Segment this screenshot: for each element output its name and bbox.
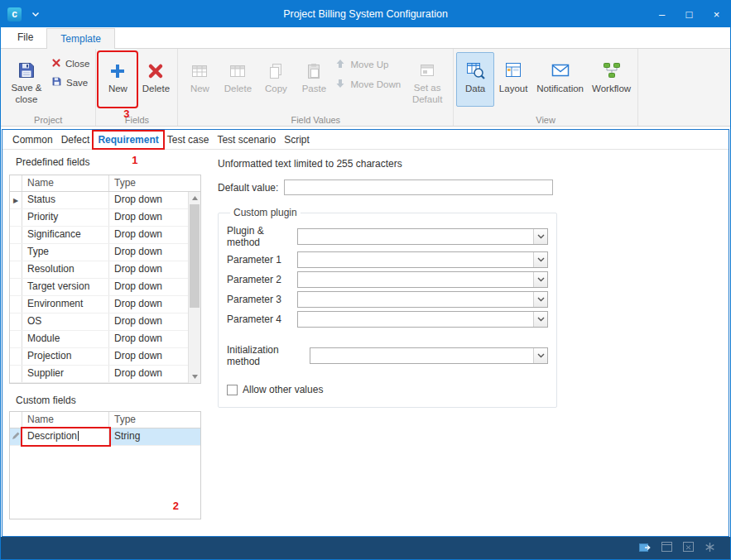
tab-defect[interactable]: Defect [57, 132, 94, 148]
predefined-fields-title: Predefined fields [16, 156, 201, 168]
table-row[interactable]: Type Drop down [10, 244, 200, 261]
scrollbar-track[interactable] [189, 204, 200, 371]
view-notification-button[interactable]: Notification [532, 52, 588, 107]
table-row[interactable]: Description 4 String [10, 428, 200, 446]
table-row[interactable]: OS Drop down [10, 314, 200, 331]
save-and-close-label: Save & close [7, 83, 46, 106]
ribbon-group-field-values: New Delete Copy Paste [178, 49, 454, 126]
new-field-label: New [108, 84, 127, 95]
edit-pencil-icon [12, 429, 21, 445]
dropdown-button[interactable] [533, 292, 547, 307]
parameter3-combo[interactable] [297, 291, 548, 308]
tab-common[interactable]: Common [8, 132, 57, 148]
table-row[interactable]: Target version Drop down [10, 279, 200, 296]
plugin-method-combo[interactable] [297, 228, 548, 245]
dropdown-button[interactable] [533, 348, 547, 363]
initialization-method-combo[interactable] [310, 347, 548, 364]
tab-template[interactable]: Template [46, 28, 115, 49]
initialization-method-label: Initialization method [227, 344, 310, 367]
ribbon-group-project: Save & close Close Save Project [1, 49, 96, 126]
predefined-fields-table: Name Type ▶ Status Drop down Priority Dr… [9, 175, 201, 384]
default-value-label: Default value: [218, 182, 284, 194]
parameter2-combo[interactable] [297, 271, 548, 288]
app-window: c Project Billing System Configuration –… [0, 0, 731, 560]
copy-button: Copy [257, 52, 295, 107]
view-layout-button[interactable]: Layout [494, 52, 532, 107]
scrollbar-thumb[interactable] [190, 204, 200, 308]
table-row[interactable]: Priority Drop down [10, 209, 200, 227]
tab-file[interactable]: File [4, 27, 46, 48]
parameter1-combo[interactable] [297, 251, 548, 268]
data-grid-search-icon [464, 56, 486, 81]
table-icon [228, 56, 248, 81]
scroll-down-button[interactable] [189, 371, 200, 383]
new-value-button: New [180, 52, 219, 107]
app-logo-icon: c [7, 7, 22, 22]
allow-other-values-checkbox[interactable] [227, 385, 238, 395]
save-icon [51, 76, 62, 89]
table-header: Name Type [10, 412, 200, 428]
template-tab-strip: Common Defect Requirement 1 Test case Te… [2, 130, 729, 150]
view-workflow-button[interactable]: Workflow [588, 52, 635, 107]
view-data-button[interactable]: Data [456, 52, 494, 107]
close-button[interactable]: × [703, 1, 730, 27]
vertical-scrollbar[interactable] [188, 192, 200, 383]
copy-icon [266, 56, 286, 81]
table-row[interactable]: ▶ Status Drop down [10, 192, 200, 209]
delete-value-button: Delete [219, 52, 257, 107]
window-close-icon[interactable] [683, 542, 694, 554]
column-header-type[interactable]: Type [109, 412, 200, 428]
share-icon[interactable] [639, 542, 651, 554]
table-row[interactable]: Environment Drop down [10, 296, 200, 314]
tab-test-scenario[interactable]: Test scenario [213, 132, 280, 148]
table-row[interactable]: Resolution Drop down [10, 261, 200, 279]
move-down-button: Move Down [334, 78, 401, 91]
tab-test-case[interactable]: Test case [163, 132, 214, 148]
parameter2-label: Parameter 2 [227, 274, 297, 285]
annotation-number-2: 2 [173, 500, 179, 512]
custom-fields-title: Custom fields [16, 395, 201, 406]
ribbon-group-view: Data Layout Notification Workflow [454, 49, 638, 126]
paste-button: Paste [295, 52, 333, 107]
dropdown-button[interactable] [533, 252, 547, 267]
save-and-close-button[interactable]: Save & close [3, 52, 50, 107]
minimize-button[interactable]: – [648, 1, 676, 27]
maximize-button[interactable]: □ [676, 1, 703, 27]
dropdown-button[interactable] [533, 229, 547, 244]
tab-requirement[interactable]: Requirement 1 [94, 132, 162, 148]
move-up-button: Move Up [334, 58, 401, 71]
workflow-icon [601, 56, 623, 81]
column-header-name[interactable]: Name [22, 412, 109, 428]
new-field-button[interactable]: New 3 [99, 52, 137, 107]
dropdown-button[interactable] [533, 312, 547, 327]
parameter1-label: Parameter 1 [227, 254, 297, 266]
tab-script[interactable]: Script [280, 132, 314, 148]
save-button[interactable]: Save [51, 76, 89, 89]
status-bar [1, 537, 730, 559]
field-name-edit-cell[interactable]: Description 4 [22, 428, 109, 445]
table-row[interactable]: Projection Drop down [10, 348, 200, 366]
field-type-cell[interactable]: String [109, 428, 200, 445]
quick-access-chevron-icon[interactable] [31, 12, 40, 17]
default-value-input[interactable] [284, 179, 553, 195]
delete-field-button[interactable]: Delete [137, 52, 175, 107]
column-header-name[interactable]: Name [22, 175, 109, 191]
group-label-view: View [454, 115, 637, 125]
column-header-type[interactable]: Type [109, 175, 200, 191]
window-icon[interactable] [661, 542, 672, 554]
dropdown-button[interactable] [533, 272, 547, 287]
title-bar: c Project Billing System Configuration –… [1, 1, 730, 27]
table-row[interactable]: Significance Drop down [10, 227, 200, 244]
current-row-arrow-icon: ▶ [13, 193, 18, 208]
scroll-up-button[interactable] [189, 192, 200, 204]
asterisk-icon[interactable] [705, 542, 715, 555]
parameter4-label: Parameter 4 [227, 314, 297, 325]
window-title: Project Billing System Configuration [1, 8, 730, 20]
close-template-button[interactable]: Close [51, 58, 89, 69]
parameter4-combo[interactable] [297, 311, 548, 328]
ribbon: Save & close Close Save Project New [1, 48, 730, 127]
table-row[interactable]: Module Drop down [10, 331, 200, 348]
table-icon [190, 56, 209, 81]
delete-x-icon [146, 56, 166, 81]
table-row[interactable]: Supplier Drop down [10, 366, 200, 383]
